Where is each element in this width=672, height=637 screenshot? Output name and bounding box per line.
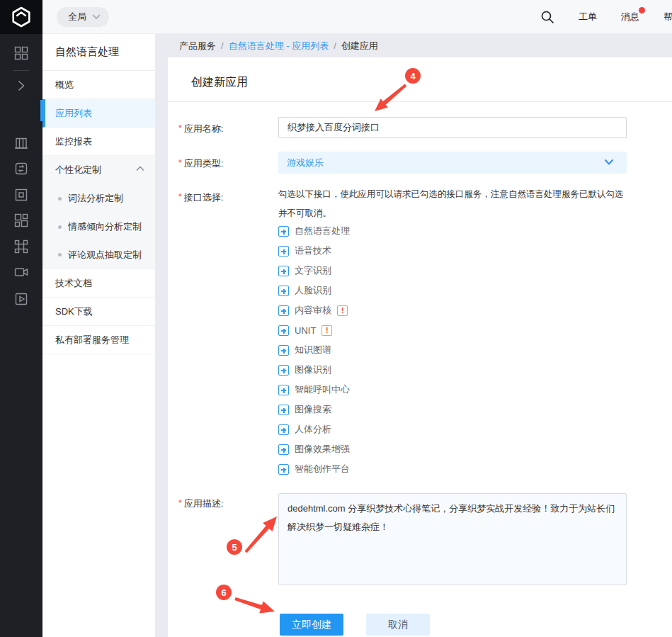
sidebar-item-lexical-custom[interactable]: 词法分析定制 — [42, 184, 155, 213]
sidebar-item-monitor-report[interactable]: 监控报表 — [42, 128, 155, 156]
products-icon[interactable] — [13, 135, 30, 152]
interface-label: 图像效果增强 — [295, 443, 350, 456]
interface-label: 内容审核 — [295, 304, 331, 317]
interface-item[interactable]: 智能呼叫中心 — [278, 380, 350, 400]
create-now-button[interactable]: 立即创建 — [280, 614, 343, 636]
sidebar-item-overview[interactable]: 概览 — [42, 71, 155, 99]
sentiment-custom-label: 情感倾向分析定制 — [68, 220, 142, 233]
frame-icon[interactable] — [13, 186, 30, 203]
required-mark: * — [178, 123, 182, 133]
interface-item[interactable]: 语音技术 — [278, 241, 331, 261]
brand-logo[interactable] — [0, 0, 42, 34]
interface-label: 人体分析 — [295, 423, 331, 436]
sidebar-item-sdk-download[interactable]: SDK下载 — [42, 298, 155, 326]
expand-plus-icon[interactable] — [278, 365, 289, 376]
breadcrumb-app-list-link[interactable]: 自然语言处理 - 应用列表 — [229, 40, 329, 52]
app-desc-label: *应用描述: — [178, 497, 263, 510]
expand-plus-icon[interactable] — [278, 385, 289, 395]
scope-selector[interactable]: 全局 — [57, 7, 109, 27]
interface-label: 文字识别 — [295, 264, 331, 277]
interface-item[interactable]: 文字识别 — [278, 261, 331, 281]
search-icon — [540, 10, 554, 24]
sidebar-item-tech-docs[interactable]: 技术文档 — [42, 269, 155, 298]
breadcrumb-separator: / — [221, 40, 224, 51]
expand-plus-icon[interactable] — [278, 424, 289, 435]
chevron-down-icon — [604, 159, 614, 166]
interface-item[interactable]: UNIT ! — [278, 320, 332, 340]
expand-plus-icon[interactable] — [278, 405, 289, 415]
interface-item[interactable]: 自然语言处理 — [278, 221, 350, 241]
comment-custom-label: 评论观点抽取定制 — [68, 249, 142, 261]
chevron-right-icon[interactable] — [13, 77, 30, 94]
app-desc-label-text: 应用描述: — [184, 498, 224, 509]
expand-plus-icon[interactable] — [278, 305, 289, 316]
breadcrumb-products[interactable]: 产品服务 — [179, 40, 216, 52]
sidebar-item-sentiment-custom[interactable]: 情感倾向分析定制 — [42, 213, 155, 241]
expand-plus-icon[interactable] — [278, 266, 289, 276]
warning-badge-icon: ! — [337, 305, 348, 316]
interface-item[interactable]: 知识图谱 — [278, 340, 331, 360]
sidebar-item-customization[interactable]: 个性化定制 — [42, 156, 155, 184]
command-icon[interactable] — [13, 238, 30, 255]
expand-plus-icon[interactable] — [278, 464, 289, 475]
help-link[interactable]: 帮助 — [664, 11, 672, 23]
cancel-button[interactable]: 取消 — [366, 614, 430, 636]
interface-label: 智能呼叫中心 — [295, 383, 350, 396]
interface-item[interactable]: 图像搜索 — [278, 400, 331, 419]
bullet-icon — [58, 225, 62, 229]
sidebar-item-comment-custom[interactable]: 评论观点抽取定制 — [42, 241, 155, 269]
interface-label: 图像识别 — [295, 363, 331, 376]
interface-select-label-text: 接口选择: — [184, 192, 224, 203]
interface-select-label: *接口选择: — [178, 191, 263, 204]
expand-plus-icon[interactable] — [278, 325, 289, 336]
required-mark: * — [178, 192, 182, 202]
page-title: 创建新应用 — [191, 75, 248, 90]
app-type-label-text: 应用类型: — [184, 158, 224, 169]
interface-hint: 勾选以下接口，使此应用可以请求已勾选的接口服务，注意自然语言处理服务已默认勾选并… — [278, 185, 628, 223]
card-divider — [168, 101, 672, 102]
app-type-select[interactable]: 游戏娱乐 — [278, 152, 627, 174]
grid-alt-icon[interactable] — [13, 212, 30, 229]
icon-rail — [0, 34, 42, 637]
ticket-link[interactable]: 工单 — [579, 11, 597, 23]
sidebar-item-app-list[interactable]: 应用列表 — [42, 99, 155, 128]
expand-plus-icon[interactable] — [278, 286, 289, 296]
interface-item[interactable]: 内容审核 ! — [278, 300, 348, 320]
warning-badge-icon: ! — [321, 325, 332, 336]
create-app-card: 创建新应用 *应用名称: *应用类型: 游戏娱乐 *接口选择: 勾选以下接口， — [168, 57, 672, 637]
sidebar: 自然语言处理 概览 应用列表 监控报表 个性化定制 词法分析定制 情感倾向分析定… — [42, 34, 155, 637]
interface-label: 智能创作平台 — [295, 463, 350, 475]
message-link[interactable]: 消息 — [621, 11, 639, 23]
app-name-input[interactable] — [278, 117, 627, 138]
lexical-custom-label: 词法分析定制 — [68, 192, 123, 205]
topbar-actions: 工单 消息 帮助 — [540, 0, 672, 34]
required-mark: * — [178, 498, 182, 508]
topbar: 全局 工单 消息 帮助 — [0, 0, 672, 34]
notification-dot — [639, 7, 645, 13]
interface-item[interactable]: 图像识别 — [278, 360, 331, 380]
apps-grid-icon[interactable] — [13, 45, 30, 62]
play-video-icon[interactable] — [13, 291, 30, 308]
sidebar-title: 自然语言处理 — [42, 34, 155, 71]
media-camera-icon[interactable] — [13, 264, 30, 281]
app-name-label-text: 应用名称: — [184, 123, 224, 134]
expand-plus-icon[interactable] — [278, 226, 289, 237]
hexagon-logo-icon — [10, 6, 33, 28]
storage-icon[interactable] — [13, 160, 30, 177]
console-page: 全局 工单 消息 帮助 — [0, 0, 672, 637]
expand-plus-icon[interactable] — [278, 345, 289, 356]
customization-label: 个性化定制 — [55, 164, 101, 176]
message-label: 消息 — [621, 11, 639, 22]
interface-item[interactable]: 人脸识别 — [278, 281, 331, 300]
breadcrumb-separator: / — [334, 40, 336, 51]
interface-item[interactable]: 智能创作平台 — [278, 459, 350, 479]
expand-plus-icon[interactable] — [278, 444, 289, 455]
app-desc-textarea[interactable]: dedehtml.com 分享织梦技术心得笔记，分享织梦实战开发经验！致力于为站… — [278, 493, 627, 585]
interface-item[interactable]: 图像效果增强 — [278, 439, 350, 459]
rail-divider — [13, 70, 30, 71]
expand-plus-icon[interactable] — [278, 246, 289, 257]
interface-label: 知识图谱 — [295, 344, 331, 356]
sidebar-item-private-deploy[interactable]: 私有部署服务管理 — [42, 326, 155, 354]
interface-item[interactable]: 人体分析 — [278, 419, 331, 439]
search-button[interactable] — [540, 10, 554, 24]
